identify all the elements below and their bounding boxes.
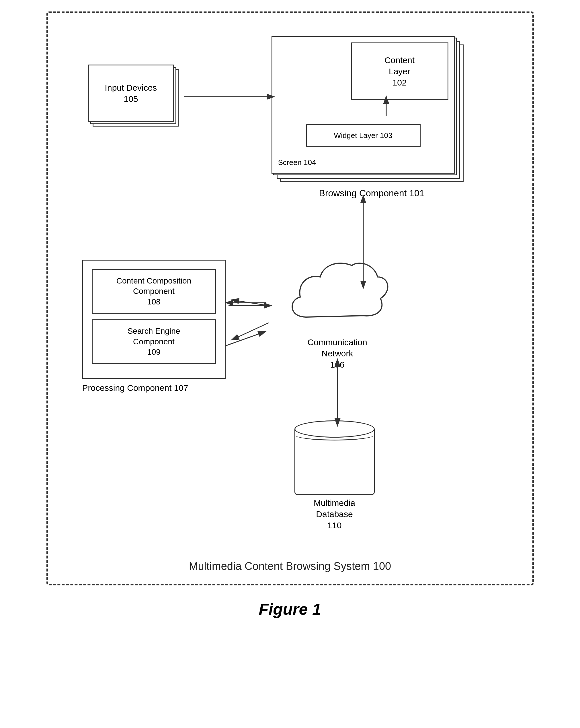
cylinder xyxy=(295,420,375,495)
system-boundary: Input Devices 105 Content xyxy=(47,11,534,586)
search-engine-box: Search Engine Component 109 xyxy=(92,319,216,364)
input-devices-line2: 105 xyxy=(123,94,138,104)
comm-network-label: Communication Network 106 xyxy=(307,337,367,370)
se-line1: Search Engine xyxy=(128,327,180,335)
cn-line2: Network xyxy=(322,349,353,358)
content-layer-box: Content Layer 102 xyxy=(351,43,448,100)
search-engine-label: Search Engine Component 109 xyxy=(128,326,180,357)
processing-component-border: Content Composition Component 108 Search… xyxy=(82,260,226,379)
arrow-network-to-se xyxy=(231,323,269,340)
widget-layer-box: Widget Layer 103 xyxy=(306,124,421,147)
arrow-network-to-cc2 xyxy=(231,300,269,306)
cylinder-inner-ellipse xyxy=(295,429,375,440)
cloud-shape xyxy=(283,254,392,334)
se-line3: 109 xyxy=(147,347,161,356)
cc-line1: Content Composition xyxy=(116,276,191,285)
input-devices-front: Input Devices 105 xyxy=(88,64,174,122)
database-container: Multimedia Database 110 xyxy=(280,420,389,531)
arrow-se-to-network xyxy=(226,332,266,346)
cc-line2: Component xyxy=(133,287,174,295)
content-layer-label: Content Layer 102 xyxy=(384,54,415,88)
figure-label: Figure 1 xyxy=(259,600,322,618)
comm-network-container: Communication Network 106 xyxy=(266,254,409,370)
db-line3: 110 xyxy=(327,521,341,530)
db-label: Multimedia Database 110 xyxy=(314,497,355,531)
content-layer-line2: Layer xyxy=(389,67,410,76)
processing-component-outer: Content Composition Component 108 Search… xyxy=(82,260,226,393)
content-layer-line3: 102 xyxy=(392,78,407,87)
browsing-component-label: Browsing Component 101 xyxy=(272,188,472,199)
browsing-layer-front: Content Layer 102 Widget Layer 103 Scree… xyxy=(272,36,455,174)
screen-label: Screen 104 xyxy=(278,158,316,167)
widget-layer-label: Widget Layer 103 xyxy=(334,131,392,140)
system-label: Multimedia Content Browsing System 100 xyxy=(189,560,391,572)
db-line2: Database xyxy=(316,509,353,519)
diagram-area: Input Devices 105 Content xyxy=(71,30,509,547)
content-layer-line1: Content xyxy=(384,55,415,65)
page-container: Input Devices 105 Content xyxy=(32,11,548,618)
browsing-stack-wrapper: Content Layer 102 Widget Layer 103 Scree… xyxy=(272,36,467,185)
processing-label: Processing Component 107 xyxy=(82,383,226,393)
input-devices-line1: Input Devices xyxy=(105,83,157,93)
content-composition-label: Content Composition Component 108 xyxy=(116,276,191,307)
browsing-component-outer: Content Layer 102 Widget Layer 103 Scree… xyxy=(272,36,472,199)
cn-line1: Communication xyxy=(307,337,367,347)
content-composition-box: Content Composition Component 108 xyxy=(92,269,216,314)
cloud-svg xyxy=(283,254,392,334)
cc-line3: 108 xyxy=(147,297,161,306)
db-line1: Multimedia xyxy=(314,498,355,508)
se-line2: Component xyxy=(133,337,174,346)
cn-line3: 106 xyxy=(330,360,344,369)
input-devices-label: Input Devices 105 xyxy=(105,82,157,104)
input-devices-container: Input Devices 105 xyxy=(88,64,180,128)
